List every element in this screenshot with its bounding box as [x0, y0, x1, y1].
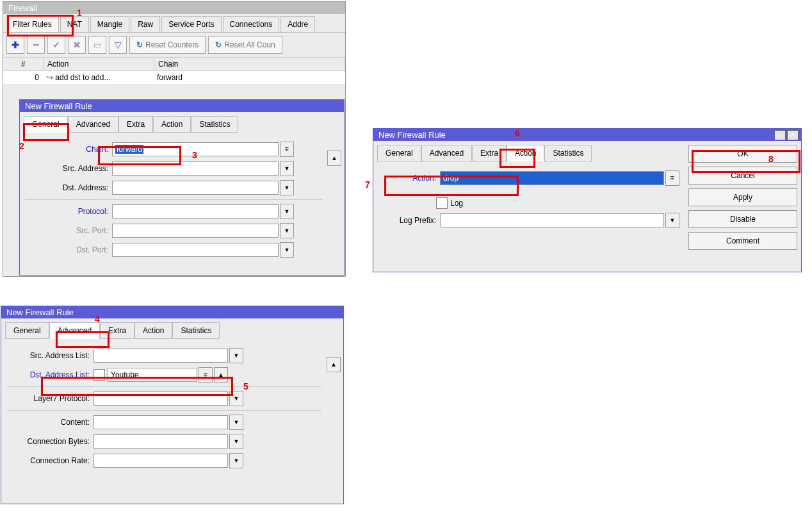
- rule2-tab-statistics[interactable]: Statistics: [172, 322, 220, 339]
- anno-3: 3: [192, 150, 197, 160]
- label-conn-rate: Connection Rate:: [6, 456, 93, 465]
- comment-button[interactable]: Comment: [688, 232, 797, 250]
- label-content: Content:: [6, 418, 93, 427]
- firewall-window: Firewall Filter Rules NAT Mangle Raw Ser…: [3, 1, 346, 277]
- src-port-expand[interactable]: ▼: [280, 223, 294, 238]
- up-button[interactable]: ▲: [327, 357, 341, 372]
- action-dropdown[interactable]: ∓: [665, 170, 679, 186]
- rule1-tab-statistics[interactable]: Statistics: [191, 116, 238, 133]
- rule2-tab-general[interactable]: General: [5, 322, 49, 339]
- rule2-tab-action[interactable]: Action: [134, 322, 172, 339]
- log-prefix-expand[interactable]: ▼: [665, 213, 679, 228]
- label-src-port: Src. Port:: [25, 226, 112, 235]
- dst-port-expand[interactable]: ▼: [280, 242, 294, 258]
- rule1-subtabs: General Advanced Extra Action Statistics: [20, 112, 344, 133]
- rule3-buttons: OK Cancel Apply Disable Comment: [685, 141, 801, 254]
- tab-connections[interactable]: Connections: [223, 16, 280, 32]
- tab-address-lists[interactable]: Addre: [280, 16, 315, 32]
- rule3-tab-extra[interactable]: Extra: [472, 145, 507, 161]
- remove-button[interactable]: ━: [27, 36, 45, 54]
- anno-5: 5: [243, 381, 248, 391]
- rule1-title: New Firewall Rule: [20, 100, 344, 112]
- rule3-tab-statistics[interactable]: Statistics: [544, 145, 592, 161]
- add-button[interactable]: ✚: [6, 36, 24, 54]
- input-content[interactable]: [93, 415, 228, 429]
- col-num: #: [3, 58, 44, 70]
- layer7-expand[interactable]: ▼: [229, 391, 243, 406]
- minimize-icon[interactable]: ▫: [774, 130, 786, 140]
- rule1-tab-action[interactable]: Action: [153, 116, 191, 133]
- conn-bytes-expand[interactable]: ▼: [229, 434, 243, 449]
- rule3-tab-action[interactable]: Action: [507, 145, 544, 161]
- src-addr-list-expand[interactable]: ▼: [229, 348, 243, 363]
- new-rule-advanced-window: New Firewall Rule General Advanced Extra…: [1, 306, 344, 504]
- input-dst-port[interactable]: [112, 243, 279, 257]
- cancel-button[interactable]: Cancel: [688, 167, 797, 185]
- tab-filter-rules[interactable]: Filter Rules: [6, 16, 59, 32]
- input-conn-bytes[interactable]: [93, 434, 228, 449]
- dst-addr-list-dropdown[interactable]: ∓: [199, 367, 213, 383]
- rule3-tab-general[interactable]: General: [377, 145, 421, 161]
- rule2-tab-advanced[interactable]: Advanced: [49, 322, 100, 339]
- input-src-addr-list[interactable]: [93, 349, 228, 363]
- rule1-tab-advanced[interactable]: Advanced: [68, 116, 118, 133]
- rule1-tab-extra[interactable]: Extra: [118, 116, 153, 133]
- table-row[interactable]: 0 ↪ add dst to add... forward: [3, 71, 345, 84]
- label-src-addr-list: Src. Address List:: [6, 351, 93, 360]
- rule1-tab-general[interactable]: General: [24, 116, 68, 133]
- enable-button[interactable]: ✔: [47, 36, 65, 54]
- dst-addr-list-negate[interactable]: [93, 369, 105, 381]
- disable-button[interactable]: ✖: [68, 36, 86, 54]
- rule3-form: Action: drop ∓ Log Log Prefix: ▼: [373, 161, 685, 237]
- close-icon[interactable]: ×: [787, 130, 799, 140]
- new-rule-action-window: New Firewall Rule ▫ × General Advanced E…: [373, 128, 802, 272]
- input-log-prefix[interactable]: [440, 213, 664, 227]
- rule2-side-buttons: ▲: [327, 357, 339, 374]
- log-checkbox[interactable]: [436, 197, 448, 209]
- ok-button[interactable]: OK: [688, 145, 797, 163]
- label-layer7: Layer7 Protocol:: [6, 394, 93, 403]
- tab-service-ports[interactable]: Service Ports: [161, 16, 221, 32]
- anno-7: 7: [365, 179, 370, 190]
- src-addr-expand[interactable]: ▼: [280, 161, 294, 176]
- apply-button[interactable]: Apply: [688, 188, 797, 206]
- dst-addr-list-collapse[interactable]: ▲: [214, 367, 228, 383]
- input-dst-addr-list[interactable]: Youtube: [108, 368, 197, 382]
- protocol-expand[interactable]: ▼: [280, 204, 294, 219]
- reset-counters-button[interactable]: ↻Reset Counters: [129, 36, 206, 54]
- label-dst-addr: Dst. Address:: [25, 183, 112, 192]
- label-dst-addr-list: Dst. Address List:: [6, 370, 93, 379]
- input-src-addr[interactable]: [112, 161, 279, 176]
- anno-2: 2: [19, 141, 24, 151]
- window-controls: ▫ ×: [774, 130, 799, 140]
- row-chain: forward: [153, 72, 345, 83]
- input-conn-rate[interactable]: [93, 454, 228, 468]
- filter-button[interactable]: ▽: [109, 36, 127, 54]
- tab-nat[interactable]: NAT: [60, 16, 89, 32]
- input-action[interactable]: drop: [440, 171, 664, 185]
- label-log: Log: [450, 199, 463, 208]
- conn-rate-expand[interactable]: ▼: [229, 453, 243, 468]
- rule3-tab-advanced[interactable]: Advanced: [421, 145, 472, 161]
- firewall-toolbar: ✚ ━ ✔ ✖ ▭ ▽ ↻Reset Counters ↻Reset All C…: [3, 33, 345, 58]
- input-src-port[interactable]: [112, 224, 279, 238]
- label-src-addr: Src. Address:: [25, 164, 112, 173]
- rule2-tab-extra[interactable]: Extra: [100, 322, 134, 339]
- tab-mangle[interactable]: Mangle: [90, 16, 129, 32]
- dst-addr-expand[interactable]: ▼: [280, 180, 294, 195]
- rule2-form: Src. Address List: ▼ Dst. Address List: …: [1, 339, 343, 477]
- up-button[interactable]: ▲: [327, 151, 341, 166]
- anno-4: 4: [95, 314, 100, 324]
- chain-dropdown[interactable]: ∓: [280, 142, 294, 157]
- row-num: 0: [3, 72, 43, 83]
- input-protocol[interactable]: [112, 204, 279, 218]
- comment-button[interactable]: ▭: [88, 36, 106, 54]
- content-expand[interactable]: ▼: [229, 415, 243, 430]
- reset-all-counters-button[interactable]: ↻Reset All Coun: [208, 36, 282, 54]
- tab-raw[interactable]: Raw: [131, 16, 160, 32]
- input-dst-addr[interactable]: [112, 181, 279, 195]
- col-action: Action: [44, 58, 154, 70]
- disable-button[interactable]: Disable: [688, 210, 797, 228]
- anno-8: 8: [768, 154, 774, 164]
- input-layer7[interactable]: [93, 391, 228, 406]
